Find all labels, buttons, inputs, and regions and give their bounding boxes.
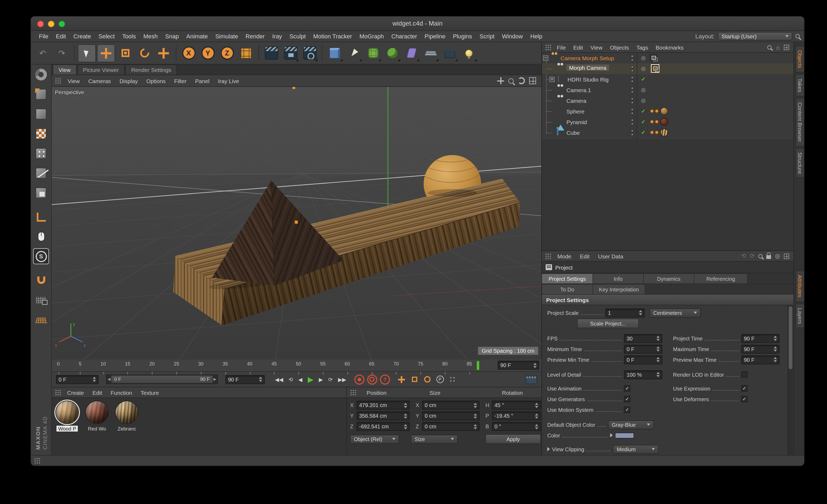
object-name[interactable]: Morph Camera	[567, 64, 609, 71]
object-row-camera[interactable]: Camera ◎	[542, 95, 793, 106]
menu-sculpt[interactable]: Sculpt	[286, 33, 309, 39]
morph-tag-icon[interactable]	[650, 54, 657, 61]
material-menu-edit[interactable]: Edit	[88, 389, 106, 396]
color-expander-icon[interactable]	[610, 433, 613, 438]
menu-help[interactable]: Help	[527, 33, 546, 39]
timeline-ruler[interactable]: 0 5 10 15 20 25 30 35 40 45 50 55	[52, 360, 541, 372]
environment-button[interactable]	[422, 44, 440, 62]
side-tab-structure[interactable]: Structure	[795, 148, 804, 178]
previous-key-button[interactable]: ⟲	[287, 374, 295, 385]
color-swatch[interactable]	[615, 432, 634, 438]
pos-x-field[interactable]: 479.201 cm	[356, 401, 410, 410]
size-z-field[interactable]: 0 cm	[422, 422, 480, 431]
tab-render-settings[interactable]: Render Settings	[125, 64, 177, 74]
spinner-icon[interactable]	[474, 413, 477, 418]
play-button[interactable]: ▶	[306, 374, 315, 385]
spinner-icon[interactable]	[774, 336, 777, 341]
panel-handle-icon[interactable]	[350, 390, 356, 395]
render-picture-viewer-button[interactable]	[281, 44, 299, 62]
preview-range-slider[interactable]: ◀ 0 F 90 F ▶	[106, 374, 218, 384]
material-thumbnail[interactable]	[55, 401, 79, 424]
camera-target-icon[interactable]: ◎	[641, 97, 645, 104]
menu-snap[interactable]: Snap	[161, 33, 183, 39]
lock-y-axis-button[interactable]: Y	[199, 44, 217, 62]
menu-mograph[interactable]: MoGraph	[356, 33, 388, 39]
tab-dynamics[interactable]: Dynamics	[644, 273, 694, 284]
light-button[interactable]	[460, 44, 478, 62]
menu-tools[interactable]: Tools	[118, 33, 140, 39]
viewport-navigation-button[interactable]	[34, 229, 48, 244]
close-window-button[interactable]	[37, 21, 44, 27]
scrollbar-thumb[interactable]	[789, 306, 792, 369]
use-expression-checkbox[interactable]: ✓	[741, 385, 747, 392]
spinner-icon[interactable]	[404, 403, 407, 408]
menu-render[interactable]: Render	[242, 33, 269, 39]
object-row-cube[interactable]: Cube ✓	[542, 127, 793, 138]
tab-key-interpolation[interactable]: Key Interpolation	[593, 284, 645, 294]
menu-simulate[interactable]: Simulate	[211, 33, 242, 39]
object-row-hdri-studio-rig[interactable]: + HDRI Studio Rig ✓	[542, 74, 793, 85]
om-menu-file[interactable]: File	[553, 44, 570, 50]
tab-info[interactable]: Info	[593, 273, 644, 284]
menu-file[interactable]: File	[35, 33, 52, 39]
attribute-scrollbar[interactable]	[788, 305, 793, 455]
panel-handle-icon[interactable]	[34, 458, 40, 463]
morph-tag-active-icon[interactable]	[652, 65, 659, 72]
move-tool-button[interactable]	[97, 44, 115, 62]
side-tab-layers[interactable]: Layers	[795, 303, 804, 328]
redo-button[interactable]: ↷	[53, 44, 71, 62]
viewport-menu-options[interactable]: Options	[143, 78, 169, 84]
visibility-dots[interactable]	[631, 55, 634, 61]
size-y-field[interactable]: 0 cm	[422, 411, 480, 420]
menu-window[interactable]: Window	[498, 33, 527, 39]
material-item[interactable]: Red Wo	[84, 401, 110, 432]
coordinate-system-button[interactable]	[237, 44, 255, 62]
timeline-track[interactable]: 0 5 10 15 20 25 30 35 40 45 50 55	[52, 360, 498, 371]
record-keyframe-button[interactable]	[354, 374, 364, 385]
menu-select[interactable]: Select	[95, 33, 118, 39]
panel-handle-icon[interactable]	[545, 44, 551, 50]
render-lod-checkbox[interactable]	[741, 371, 747, 378]
om-menu-view[interactable]: View	[587, 44, 606, 50]
panel-menu-icon[interactable]	[784, 45, 789, 50]
object-name[interactable]: Cube	[567, 130, 580, 136]
rotate-tool-button[interactable]	[135, 44, 153, 62]
playhead[interactable]	[476, 361, 480, 370]
menu-mesh[interactable]: Mesh	[140, 33, 161, 39]
texture-mode-button[interactable]	[34, 126, 48, 141]
object-handle-top[interactable]	[293, 87, 295, 89]
viewport[interactable]: y x z Perspective Grid Spacing : 100 cm	[52, 87, 541, 360]
visibility-dots[interactable]	[631, 65, 634, 72]
tag-dots[interactable]	[650, 131, 659, 134]
camera-target-icon[interactable]: ◎	[641, 65, 645, 72]
record-rotation-button[interactable]	[422, 374, 433, 385]
search-icon[interactable]	[759, 254, 763, 258]
tab-to-do[interactable]: To Do	[542, 284, 593, 294]
spinner-icon[interactable]	[535, 403, 538, 408]
lock-z-axis-button[interactable]: Z	[218, 44, 236, 62]
viewport-canvas[interactable]: y x z	[52, 87, 541, 360]
unit-dropdown[interactable]: Centimeters	[649, 308, 701, 317]
menu-script[interactable]: Script	[476, 33, 498, 39]
subdivision-surface-button[interactable]	[364, 44, 382, 62]
edges-mode-button[interactable]	[34, 166, 48, 181]
menu-pipeline[interactable]: Pipeline	[421, 33, 449, 39]
pan-view-icon[interactable]	[497, 77, 504, 84]
zoom-view-icon[interactable]	[508, 78, 514, 83]
object-tree-empty-area[interactable]	[542, 139, 793, 250]
workplane-button[interactable]	[34, 312, 48, 327]
panel-handle-icon[interactable]	[55, 390, 61, 395]
render-settings-button[interactable]	[300, 44, 319, 62]
visibility-dots[interactable]	[631, 76, 634, 83]
material-item[interactable]: Zebranc	[113, 401, 140, 432]
spinner-icon[interactable]	[474, 424, 477, 429]
side-tab-attributes[interactable]: Attributes	[795, 271, 804, 302]
record-position-button[interactable]	[396, 374, 407, 385]
coordinate-mode-dropdown[interactable]: Object (Rel)	[350, 435, 399, 444]
object-row-pyramid[interactable]: Pyramid ✓	[542, 117, 793, 127]
texture-tag-icon[interactable]	[660, 107, 668, 115]
viewport-menu-panel[interactable]: Panel	[191, 78, 213, 84]
material-thumbnail[interactable]	[115, 401, 139, 424]
camera-button[interactable]	[441, 44, 459, 62]
menu-motion-tracker[interactable]: Motion Tracker	[309, 33, 356, 39]
